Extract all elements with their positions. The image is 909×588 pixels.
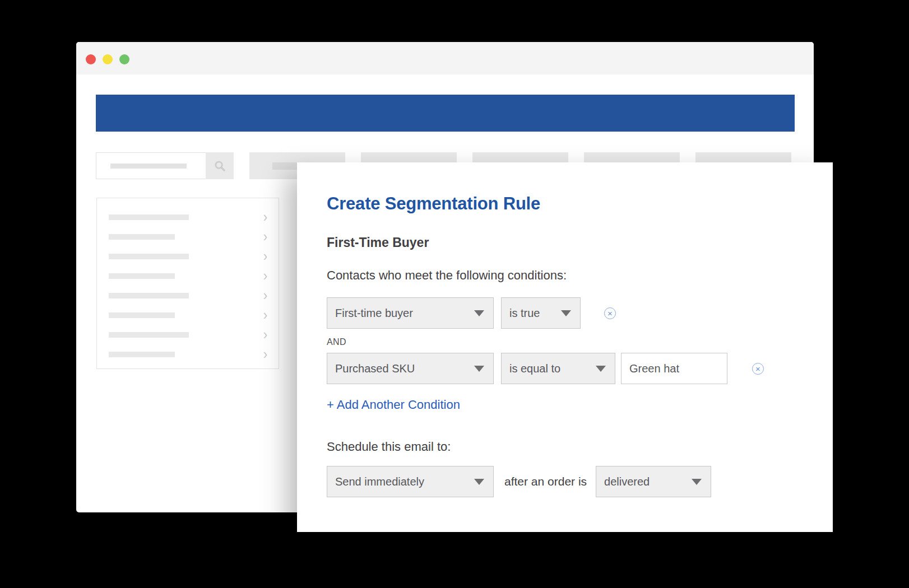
dialog-title: Create Segmentation Rule [327,194,540,214]
list-item[interactable]: › [97,286,279,305]
list-item-label-placeholder [109,214,189,220]
remove-icon: × [755,364,760,374]
stage: ›››››››› Create Segmentation Rule First-… [0,0,909,588]
field-dropdown[interactable]: Purchased SKU [327,353,494,384]
field-dropdown-value: Purchased SKU [335,362,415,375]
list-item-label-placeholder [109,273,175,279]
operator-dropdown[interactable]: is equal to [501,353,615,384]
chevron-right-icon: › [263,269,267,282]
condition-value-input[interactable] [621,353,727,384]
list-item[interactable]: › [97,266,279,286]
field-dropdown-value: First-time buyer [335,307,413,320]
search-button[interactable] [206,152,234,179]
search-group [96,152,234,179]
list-item[interactable]: › [97,207,279,227]
chevron-right-icon: › [263,211,267,223]
chevron-right-icon: › [263,328,267,341]
chevron-right-icon: › [263,309,267,321]
list-item-label-placeholder [109,234,175,240]
list-item-label-placeholder [109,254,189,259]
sidebar-card: ›››››››› [96,198,279,369]
chevron-down-icon [474,479,484,485]
list-item-label-placeholder [109,352,175,357]
add-condition-link[interactable]: + Add Another Condition [327,398,460,412]
list-item[interactable]: › [97,246,279,266]
window-controls [86,54,129,64]
chevron-down-icon [561,310,571,316]
segmentation-rule-dialog: Create Segmentation Rule First-Time Buye… [297,162,833,532]
schedule-intro: Schedule this email to: [327,440,451,454]
chevron-right-icon: › [263,289,267,302]
list-item-label-placeholder [109,312,175,318]
chevron-right-icon: › [263,230,267,243]
condition-row-2: Purchased SKU is equal to × [327,353,764,384]
remove-condition-button[interactable]: × [752,363,764,375]
chevron-right-icon: › [263,250,267,263]
operator-dropdown[interactable]: is true [501,297,581,329]
list-item-label-placeholder [109,293,189,298]
and-label: AND [327,337,346,347]
list-item[interactable]: › [97,325,279,344]
nav-bar [96,95,795,132]
chevron-down-icon [692,479,702,485]
remove-icon: × [607,309,613,318]
field-dropdown[interactable]: First-time buyer [327,297,494,329]
search-placeholder-bar [110,164,187,169]
operator-dropdown-value: is true [509,307,540,320]
minimize-button[interactable] [103,54,113,64]
remove-condition-button[interactable]: × [604,307,616,319]
chevron-down-icon [474,310,484,316]
list-item[interactable]: › [97,344,279,364]
conditions-intro: Contacts who meet the following conditio… [327,268,567,283]
chevron-down-icon [596,366,606,372]
list-item-label-placeholder [109,332,189,338]
chevron-down-icon [474,366,484,372]
list-item[interactable]: › [97,305,279,325]
chevron-right-icon: › [263,348,267,361]
maximize-button[interactable] [119,54,129,64]
connector-text: after an order is [504,475,587,488]
rule-name: First-Time Buyer [327,235,429,250]
list-item[interactable]: › [97,227,279,246]
timing-dropdown[interactable]: Send immediately [327,466,494,497]
event-dropdown[interactable]: delivered [596,466,711,497]
browser-titlebar [76,42,814,74]
event-dropdown-value: delivered [604,475,650,488]
close-button[interactable] [86,54,96,64]
search-icon [214,160,226,172]
search-input[interactable] [96,152,206,179]
operator-dropdown-value: is equal to [509,362,560,375]
condition-row-1: First-time buyer is true × [327,297,616,329]
timing-dropdown-value: Send immediately [335,475,424,488]
schedule-row: Send immediately after an order is deliv… [327,466,711,497]
